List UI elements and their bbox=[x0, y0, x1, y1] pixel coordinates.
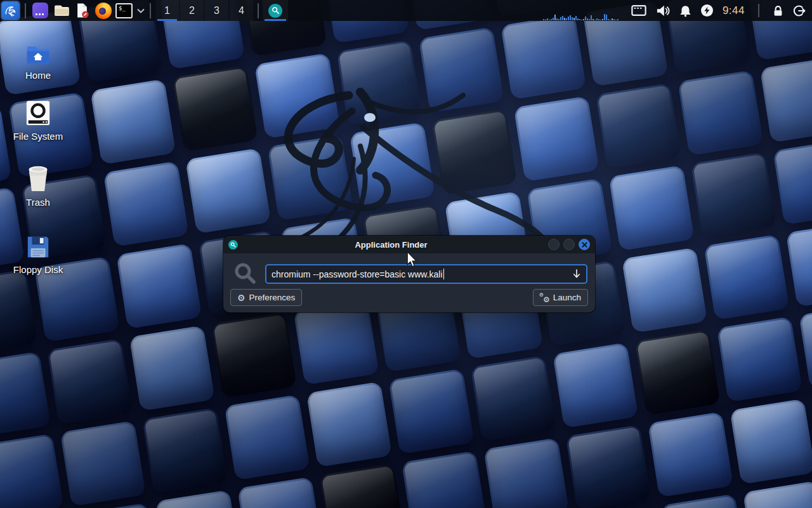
titlebar[interactable]: Application Finder bbox=[223, 236, 595, 253]
application-finder-window: Application Finder chromium --password-s… bbox=[223, 236, 595, 312]
launch-button[interactable]: ⚙ ⚙ Launch bbox=[533, 289, 588, 306]
terminal-launcher[interactable]: $_ bbox=[114, 0, 134, 21]
lock-screen-icon[interactable] bbox=[773, 4, 783, 17]
workspace-1-button[interactable]: 1 bbox=[155, 0, 179, 21]
terminal-menu-chevron[interactable] bbox=[136, 0, 146, 21]
desktop-root: $_ 1 2 3 4 bbox=[0, 0, 812, 508]
preferences-label: Preferences bbox=[249, 293, 296, 302]
logout-icon[interactable] bbox=[793, 4, 806, 17]
floppy-disk-icon bbox=[25, 230, 51, 260]
clipman-window-icon[interactable] bbox=[631, 4, 646, 17]
desktop-icon-home[interactable]: Home bbox=[8, 36, 69, 81]
minimize-button[interactable] bbox=[548, 239, 560, 250]
search-input-value: chromium --password-store=basic www.kali bbox=[272, 269, 443, 279]
text-caret bbox=[443, 269, 445, 279]
gear-icon: ⚙ bbox=[237, 293, 246, 302]
application-finder-icon bbox=[228, 240, 238, 250]
workspace-pager: 1 2 3 4 bbox=[155, 0, 254, 21]
system-load-graph[interactable] bbox=[543, 0, 622, 21]
workspace-2-button[interactable]: 2 bbox=[180, 0, 204, 21]
hard-drive-icon bbox=[25, 97, 51, 127]
arrow-down-icon bbox=[572, 269, 581, 279]
text-editor-launcher[interactable] bbox=[72, 0, 93, 21]
terminal-icon: $_ bbox=[115, 3, 133, 18]
search-icon bbox=[233, 262, 258, 286]
notification-bell-icon[interactable] bbox=[679, 4, 691, 17]
desktop-icon-label: Trash bbox=[26, 197, 50, 208]
close-icon bbox=[582, 242, 587, 248]
mouse-cursor bbox=[405, 251, 419, 268]
workspace-3-button[interactable]: 3 bbox=[205, 0, 228, 21]
document-icon bbox=[74, 2, 91, 19]
launch-label: Launch bbox=[553, 293, 581, 302]
panel-separator bbox=[258, 3, 259, 18]
trash-bin-icon bbox=[24, 163, 52, 193]
desktop-icon-trash[interactable]: Trash bbox=[8, 163, 69, 208]
close-button[interactable] bbox=[579, 239, 590, 250]
kali-logo-icon bbox=[2, 2, 19, 19]
volume-icon[interactable] bbox=[656, 4, 670, 17]
folder-icon bbox=[53, 2, 70, 19]
desktop-icon-label: File System bbox=[13, 131, 63, 142]
home-folder-icon bbox=[25, 36, 51, 66]
execute-gears-icon: ⚙ ⚙ bbox=[540, 293, 549, 302]
taskbar-application-finder[interactable] bbox=[263, 0, 288, 21]
panel-left-group: $_ 1 2 3 4 bbox=[0, 0, 288, 21]
chevron-down-icon bbox=[137, 8, 145, 13]
panel-separator bbox=[25, 3, 26, 18]
clock[interactable]: 9:44 bbox=[723, 4, 745, 17]
application-finder-icon bbox=[268, 4, 282, 18]
firefox-icon bbox=[95, 3, 112, 19]
panel-separator bbox=[758, 4, 759, 17]
applications-menu-button[interactable] bbox=[0, 0, 21, 21]
desktop-icon-label: Home bbox=[25, 70, 51, 81]
desktop-icon-floppy-disk[interactable]: Floppy Disk bbox=[8, 230, 69, 275]
firefox-launcher[interactable] bbox=[93, 0, 114, 21]
file-manager-launcher[interactable] bbox=[51, 0, 72, 21]
history-dropdown-button[interactable] bbox=[572, 269, 581, 279]
search-input[interactable]: chromium --password-store=basic www.kali bbox=[265, 264, 587, 284]
desktop-icon-label: Floppy Disk bbox=[13, 264, 63, 275]
panel-right-group: 9:44 bbox=[543, 0, 812, 21]
power-manager-icon[interactable] bbox=[701, 4, 713, 17]
desktop-icon-file-system[interactable]: File System bbox=[8, 97, 69, 142]
power-ball bbox=[701, 4, 713, 17]
top-panel: $_ 1 2 3 4 bbox=[0, 0, 812, 21]
maximize-button[interactable] bbox=[563, 239, 575, 250]
dashboard-icon bbox=[32, 3, 48, 18]
xfdashboard-launcher[interactable] bbox=[30, 0, 51, 21]
window-title: Application Finder bbox=[238, 240, 544, 250]
preferences-button[interactable]: ⚙ Preferences bbox=[230, 289, 302, 306]
workspace-4-button[interactable]: 4 bbox=[230, 0, 253, 21]
panel-separator bbox=[150, 3, 151, 18]
